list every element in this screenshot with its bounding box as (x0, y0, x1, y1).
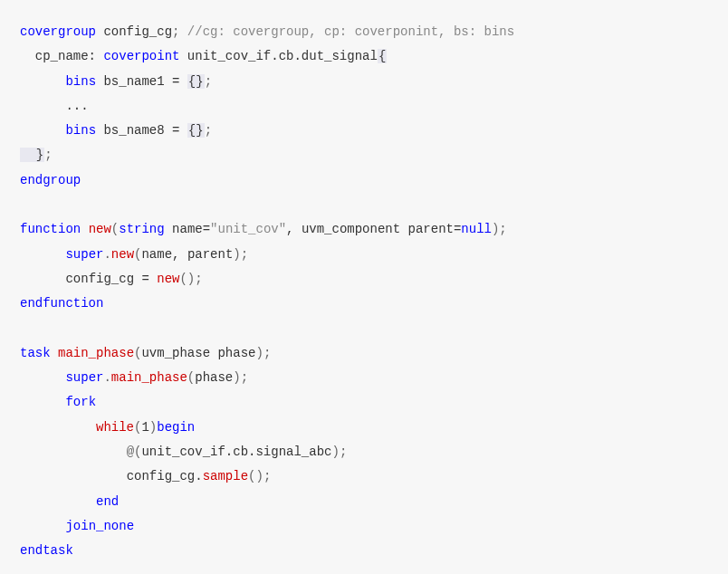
method-name: main_phase (111, 370, 187, 385)
semicolon: ; (263, 346, 271, 360)
keyword-while: while (96, 420, 134, 435)
identifier: bs_name1 = (96, 74, 187, 89)
comment: //cg: covergroup, cp: coverponint, bs: b… (179, 24, 514, 39)
paren: ) (255, 346, 263, 360)
indent (20, 74, 65, 89)
semicolon: ; (195, 272, 202, 286)
at-sign: @ (127, 445, 134, 459)
indent (20, 272, 65, 286)
keyword-end: end (96, 494, 119, 509)
keyword-fork: fork (65, 395, 96, 409)
identifier: config_cg = (65, 272, 157, 286)
semicolon: ; (499, 222, 506, 236)
semicolon: ; (241, 247, 248, 262)
identifier: unit_cov_if.cb.signal_abc (141, 445, 331, 459)
keyword-function: function (20, 222, 81, 236)
space (51, 346, 58, 360)
keyword-null: null (461, 222, 492, 236)
semicolon: ; (44, 148, 52, 162)
paren: ) (233, 370, 240, 385)
indent (20, 395, 65, 409)
method-name: main_phase (58, 346, 134, 360)
indent (20, 494, 96, 509)
braces: {} (187, 74, 205, 89)
indent (20, 519, 65, 533)
semicolon: ; (263, 469, 271, 483)
indent (20, 370, 65, 385)
keyword-string: string (119, 222, 164, 236)
ellipsis: ... (20, 99, 89, 113)
parens: () (248, 469, 263, 483)
identifier: config_cg (96, 24, 172, 39)
code-block: covergroup config_cg; //cg: covergroup, … (20, 20, 708, 564)
method-name: sample (203, 469, 248, 483)
brace: { (378, 49, 387, 63)
keyword-join-none: join_none (65, 519, 134, 533)
parens: () (179, 272, 195, 286)
keyword-task: task (20, 346, 51, 360)
semicolon: ; (241, 370, 248, 385)
keyword-bins: bins (65, 123, 96, 138)
paren: ) (233, 247, 240, 262)
keyword-bins: bins (65, 74, 96, 89)
keyword-endtask: endtask (20, 543, 73, 558)
indent (20, 445, 127, 459)
identifier: name= (165, 222, 210, 236)
identifier: config_cg. (127, 469, 203, 483)
keyword-coverpoint: coverpoint (103, 49, 179, 63)
paren: ) (331, 445, 339, 459)
keyword-super: super (65, 370, 103, 385)
identifier: name, parent (141, 247, 233, 262)
keyword-endfunction: endfunction (20, 296, 103, 311)
semicolon: ; (205, 74, 212, 89)
dot: . (103, 370, 110, 385)
number: 1 (141, 420, 148, 435)
paren: ) (149, 420, 157, 435)
indent (20, 123, 65, 138)
keyword-super: super (65, 247, 103, 262)
semicolon: ; (340, 445, 347, 459)
indent (20, 469, 127, 483)
identifier: unit_cov_if.cb.dut_signal (179, 49, 377, 63)
keyword-new: new (89, 222, 111, 236)
keyword-new: new (157, 272, 179, 286)
braces: {} (187, 123, 205, 138)
space (81, 222, 88, 236)
paren: ( (111, 222, 119, 236)
identifier: , uvm_component parent= (286, 222, 461, 236)
paren: ( (187, 370, 195, 385)
keyword-endgroup: endgroup (20, 173, 81, 187)
keyword-covergroup: covergroup (20, 24, 96, 39)
indent (20, 420, 96, 435)
identifier: phase (195, 370, 233, 385)
dot: . (103, 247, 110, 262)
identifier: bs_name8 = (96, 123, 187, 138)
identifier: cp_name: (20, 49, 103, 63)
indent (20, 247, 65, 262)
semicolon: ; (205, 123, 212, 138)
identifier: uvm_phase phase (141, 346, 255, 360)
brace: } (20, 148, 44, 162)
keyword-new: new (111, 247, 134, 262)
string-literal: "unit_cov" (210, 222, 286, 236)
keyword-begin: begin (157, 420, 195, 435)
